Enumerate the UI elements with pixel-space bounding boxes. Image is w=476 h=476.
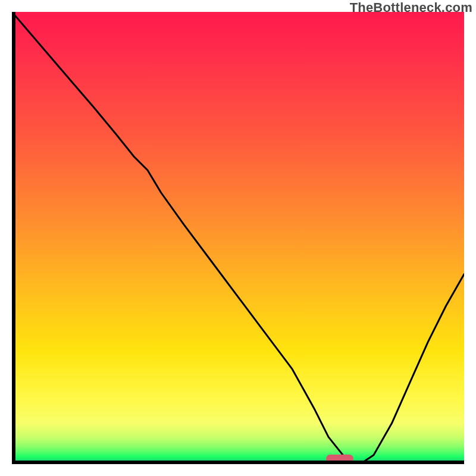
chart-frame (12, 12, 464, 464)
optimal-zone-marker (326, 455, 353, 463)
bottleneck-curve-path (12, 12, 464, 464)
line-chart-svg (12, 12, 464, 464)
